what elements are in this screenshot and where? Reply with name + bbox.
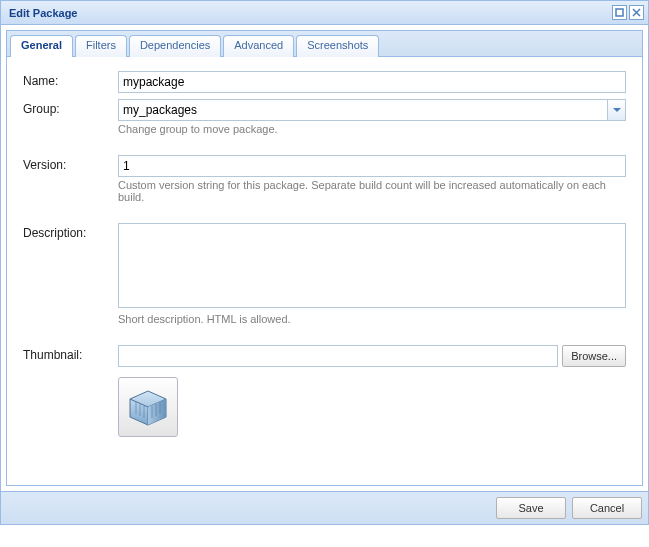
description-input[interactable] <box>118 223 626 308</box>
tab-content-general: Name: Group: my_packages Change group to… <box>6 56 643 486</box>
thumbnail-label: Thumbnail: <box>23 345 118 362</box>
name-label: Name: <box>23 71 118 88</box>
maximize-icon[interactable] <box>612 5 627 20</box>
description-label: Description: <box>23 223 118 240</box>
tab-general[interactable]: General <box>10 35 73 57</box>
thumbnail-preview <box>118 377 178 437</box>
description-hint: Short description. HTML is allowed. <box>118 313 626 325</box>
name-input[interactable] <box>118 71 626 93</box>
group-hint: Change group to move package. <box>118 123 626 135</box>
cancel-button[interactable]: Cancel <box>572 497 642 519</box>
tab-filters[interactable]: Filters <box>75 35 127 57</box>
version-label: Version: <box>23 155 118 172</box>
group-value: my_packages <box>119 103 607 117</box>
tab-screenshots[interactable]: Screenshots <box>296 35 379 57</box>
browse-button[interactable]: Browse... <box>562 345 626 367</box>
edit-package-dialog: Edit Package General Filters Dependencie… <box>0 0 649 525</box>
titlebar: Edit Package <box>1 1 648 25</box>
tab-dependencies[interactable]: Dependencies <box>129 35 221 57</box>
dialog-body: General Filters Dependencies Advanced Sc… <box>1 25 648 491</box>
svg-rect-0 <box>616 9 623 16</box>
close-icon[interactable] <box>629 5 644 20</box>
chevron-down-icon[interactable] <box>607 100 625 120</box>
group-select[interactable]: my_packages <box>118 99 626 121</box>
window-title: Edit Package <box>9 7 612 19</box>
group-label: Group: <box>23 99 118 116</box>
version-hint: Custom version string for this package. … <box>118 179 626 203</box>
window-tools <box>612 5 644 20</box>
save-button[interactable]: Save <box>496 497 566 519</box>
thumbnail-input[interactable] <box>118 345 558 367</box>
dialog-footer: Save Cancel <box>1 491 648 524</box>
package-icon <box>126 385 170 429</box>
tab-advanced[interactable]: Advanced <box>223 35 294 57</box>
tabstrip: General Filters Dependencies Advanced Sc… <box>6 30 643 56</box>
version-input[interactable] <box>118 155 626 177</box>
